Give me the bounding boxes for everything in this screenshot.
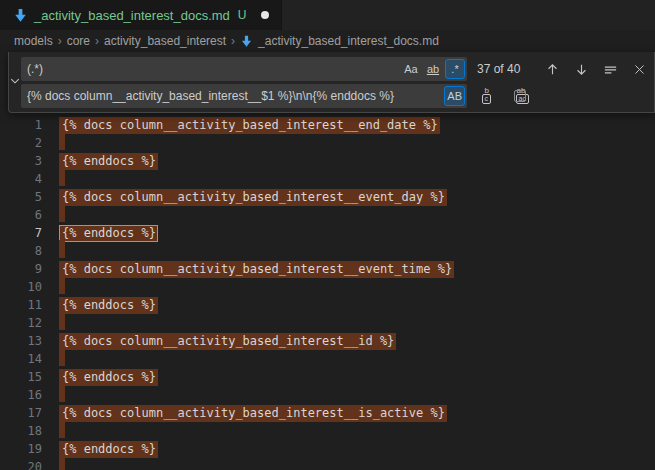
find-match-highlight: {% enddocs %} [59,441,158,458]
whole-word-toggle[interactable]: ab [423,59,443,79]
find-match-highlight [59,420,65,438]
line-number: 12 [0,316,42,330]
tab-bar: _activity_based_interest_docs.md U [0,0,655,30]
editor-line[interactable]: 16 [0,386,655,404]
editor-line[interactable]: 2 [0,134,655,152]
find-input-box: Aa ab .* [21,57,467,81]
find-match-highlight: {% enddocs %} [59,297,158,314]
find-match-highlight: {% enddocs %} [59,153,158,170]
find-match-highlight [59,132,65,150]
close-find-button[interactable] [628,58,650,80]
editor-line[interactable]: 9{% docs column__activity_based_interest… [0,260,655,278]
breadcrumb-item-folder[interactable]: activity_based_interest [104,34,226,48]
breadcrumb: models › core › activity_based_interest … [0,30,655,52]
line-text: {% enddocs %} [59,440,158,458]
replace-icon: b c [482,88,499,104]
line-text: {% docs column__activity_based_interest_… [59,116,440,134]
line-number: 18 [0,424,42,438]
close-icon [633,63,646,76]
replace-input[interactable] [27,84,442,108]
preserve-case-toggle[interactable]: AB [444,86,465,106]
find-widget: Aa ab .* 37 of 40 [8,52,655,113]
line-number: 17 [0,406,42,420]
editor-line[interactable]: 11{% enddocs %} [0,296,655,314]
breadcrumb-item-models[interactable]: models [14,34,53,48]
find-input[interactable] [27,57,399,81]
find-match-highlight: {% docs column__activity_based_interest_… [59,189,447,206]
markdown-file-icon [240,35,253,48]
previous-match-button[interactable] [541,58,563,80]
chevron-down-icon [9,73,21,91]
toggle-replace-button[interactable] [9,52,21,112]
breadcrumb-separator: › [95,34,99,48]
replace-button[interactable]: b c [479,85,501,107]
line-text: {% enddocs %} [59,368,158,386]
editor-line[interactable]: 8 [0,242,655,260]
arrow-down-icon [574,62,589,77]
line-number: 5 [0,190,42,204]
breadcrumb-file-label: _activity_based_interest_docs.md [258,34,439,48]
editor-line[interactable]: 12 [0,314,655,332]
editor-line[interactable]: 17{% docs column__activity_based_interes… [0,404,655,422]
find-match-highlight: {% enddocs %} [59,369,158,386]
editor-line[interactable]: 13{% docs column__activity_based_interes… [0,332,655,350]
markdown-file-icon [13,8,28,23]
editor-pane[interactable]: 1{% docs column__activity_based_interest… [0,52,655,470]
next-match-button[interactable] [570,58,592,80]
editor-line[interactable]: 14 [0,350,655,368]
find-in-selection-button[interactable] [599,58,621,80]
line-number: 13 [0,334,42,348]
find-match-highlight [59,456,65,470]
find-match-highlight: {% docs column__activity_based_interest_… [59,333,396,350]
editor-line[interactable]: 20 [0,458,655,470]
find-match-highlight: {% docs column__activity_based_interest_… [59,261,454,278]
editor-lines: 1{% docs column__activity_based_interest… [0,116,655,470]
line-text: {% enddocs %} [59,224,158,242]
line-text [59,456,65,470]
find-in-selection-icon [603,62,618,77]
line-number: 16 [0,388,42,402]
find-match-highlight: {% docs column__activity_based_interest_… [59,117,440,134]
find-match-highlight [59,276,65,294]
replace-all-icon: ab ac [514,88,531,104]
editor-line[interactable]: 5{% docs column__activity_based_interest… [0,188,655,206]
editor-line[interactable]: 19{% enddocs %} [0,440,655,458]
tab-filename: _activity_based_interest_docs.md [34,8,230,23]
line-text: {% docs column__activity_based_interest_… [59,404,447,422]
line-number: 14 [0,352,42,366]
line-number: 6 [0,208,42,222]
editor-line[interactable]: 10 [0,278,655,296]
line-number: 8 [0,244,42,258]
line-number: 10 [0,280,42,294]
breadcrumb-item-file[interactable]: _activity_based_interest_docs.md [240,34,439,48]
unsaved-changes-dot[interactable] [261,11,269,19]
editor-line[interactable]: 3{% enddocs %} [0,152,655,170]
editor-line[interactable]: 4 [0,170,655,188]
line-text: {% docs column__activity_based_interest_… [59,188,447,206]
editor-line[interactable]: 1{% docs column__activity_based_interest… [0,116,655,134]
find-match-highlight [59,168,65,186]
breadcrumb-separator: › [58,34,62,48]
replace-all-button[interactable]: ab ac [511,85,533,107]
editor-line[interactable]: 7{% enddocs %} [0,224,655,242]
editor-line[interactable]: 18 [0,422,655,440]
match-case-toggle[interactable]: Aa [401,59,421,79]
regex-toggle[interactable]: .* [445,59,465,79]
replace-input-box: AB [21,84,467,108]
arrow-up-icon [545,62,560,77]
breadcrumb-separator: › [231,34,235,48]
editor-line[interactable]: 6 [0,206,655,224]
line-text: {% enddocs %} [59,296,158,314]
editor-tab[interactable]: _activity_based_interest_docs.md U [0,0,282,30]
line-number: 9 [0,262,42,276]
find-match-highlight [59,312,65,330]
git-status-badge: U [238,8,247,22]
line-number: 11 [0,298,42,312]
match-count-label: 37 of 40 [477,62,533,76]
line-text: {% docs column__activity_based_interest_… [59,260,454,278]
find-match-highlight [59,240,65,258]
line-number: 2 [0,136,42,150]
editor-line[interactable]: 15{% enddocs %} [0,368,655,386]
line-text: {% enddocs %} [59,152,158,170]
breadcrumb-item-core[interactable]: core [67,34,90,48]
